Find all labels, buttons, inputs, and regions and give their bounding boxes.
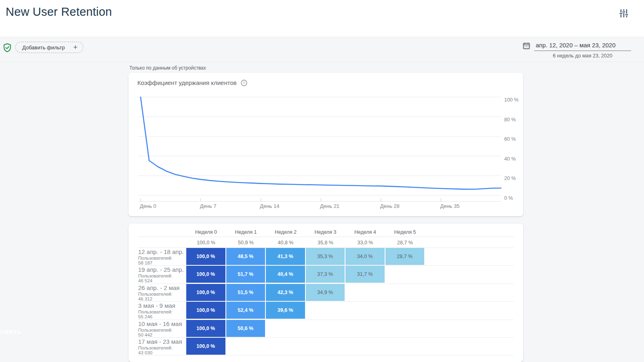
week-column-header: Неделя 3 [306, 229, 345, 235]
add-filter-button[interactable]: Добавить фильтр + [15, 42, 83, 53]
app-header: New User Retention [0, 0, 644, 37]
week-column-header: Неделя 1 [226, 229, 266, 235]
y-axis-tick-label: 80 % [504, 117, 516, 123]
add-filter-label: Добавить фильтр [22, 44, 65, 51]
table-header-divider [138, 237, 514, 237]
retention-cell: 51,5 % [226, 284, 265, 301]
cohort-users-count: 43 030 [138, 350, 152, 355]
retention-cell: 31,7 % [345, 266, 385, 283]
cohort-row-divider [138, 355, 514, 356]
cohort-users-label: Пользователей: [138, 328, 173, 332]
week-column-header: Неделя 2 [266, 229, 305, 235]
cohort-users-count: 46 524 [138, 278, 152, 283]
cohort-period-label: 17 мая - 23 мая [138, 338, 182, 345]
plus-icon: + [73, 43, 78, 51]
week-column-header: Неделя 4 [345, 229, 385, 235]
svg-text:?: ? [243, 80, 245, 85]
page-title: New User Retention [6, 5, 112, 19]
retention-line-chart: 100 %80 %60 %40 %20 %0 %День 0День 7День… [128, 73, 523, 216]
calendar-icon [522, 42, 530, 50]
retention-cell: 100,0 % [186, 266, 225, 283]
retention-cell: 34,0 % [345, 248, 385, 265]
x-axis-tick-label: День 21 [320, 203, 339, 209]
x-axis-tick-label: День 28 [380, 203, 400, 209]
cutoff-overlay-text: овить [0, 328, 21, 336]
retention-cell: 48,5 % [226, 248, 265, 265]
y-axis-tick-label: 40 % [504, 156, 516, 162]
cohort-users-label: Пользователей: [138, 292, 173, 296]
summary-retention-value: 50,9 % [226, 240, 266, 246]
retention-cell: 28,7 % [385, 248, 425, 265]
cohort-users-label: Пользователей: [138, 256, 173, 260]
summary-retention-value: 40,8 % [266, 240, 305, 246]
retention-cell: 40,4 % [266, 266, 305, 283]
retention-cell: 41,3 % [266, 248, 305, 265]
week-column-header: Неделя 5 [385, 229, 425, 235]
date-range-value: апр. 12, 2020 – мая 23, 2020 [534, 40, 631, 51]
retention-cell: 50,6 % [226, 320, 265, 337]
week-column-header: Неделя 0 [186, 229, 226, 235]
date-range-subtitle: 6 недель до мая 23, 2020 [534, 53, 631, 59]
retention-chart-card: 100 %80 %60 %40 %20 %0 %День 0День 7День… [128, 73, 523, 216]
x-axis-tick-label: День 0 [140, 203, 156, 209]
retention-cell: 37,3 % [306, 266, 345, 283]
cohort-users-count: 58 187 [138, 260, 152, 265]
summary-retention-value: 28,7 % [385, 240, 425, 246]
tune-icon [618, 8, 629, 19]
summary-retention-value: 100,0 % [186, 240, 226, 246]
retention-cell: 42,3 % [266, 284, 305, 301]
summary-retention-value: 35,8 % [306, 240, 345, 246]
retention-cell: 100,0 % [186, 320, 225, 337]
y-axis-tick-label: 20 % [504, 176, 516, 181]
cohort-retention-table-card: Неделя 0Неделя 1Неделя 2Неделя 3Неделя 4… [128, 224, 523, 362]
cohort-period-label: 19 апр. - 25 апр. [138, 266, 184, 273]
y-axis-tick-label: 60 % [504, 136, 516, 142]
cohort-users-count: 50 442 [138, 332, 152, 337]
retention-cell: 35,3 % [306, 248, 345, 265]
device-data-note: Только по данным об устройствах [129, 65, 206, 71]
x-axis-tick-label: День 7 [200, 203, 217, 209]
data-quality-shield-icon[interactable] [3, 43, 12, 53]
retention-cell: 52,4 % [226, 302, 265, 319]
date-range-picker[interactable]: апр. 12, 2020 – мая 23, 2020 6 недель до… [534, 40, 631, 59]
retention-cell: 100,0 % [186, 338, 225, 355]
retention-cell: 100,0 % [186, 284, 225, 301]
cohort-period-label: 10 мая - 16 мая [138, 320, 182, 327]
cohort-period-label: 3 мая - 9 мая [138, 302, 175, 309]
cohort-users-count: 55 246 [138, 314, 152, 319]
retention-cell: 100,0 % [186, 302, 225, 319]
retention-cell: 51,7 % [226, 266, 265, 283]
y-axis-tick-label: 0 % [504, 195, 513, 201]
new-user-retention-page: New User Retention Добавить ф [0, 0, 644, 362]
cohort-users-label: Пользователей: [138, 309, 173, 314]
cohort-users-label: Пользователей: [138, 273, 173, 278]
x-axis-tick-label: День 35 [440, 203, 459, 209]
y-axis-tick-label: 100 % [504, 97, 518, 103]
retention-cell: 100,0 % [186, 248, 225, 265]
cohort-period-label: 26 апр. - 2 мая [138, 284, 179, 291]
retention-cell: 34,9 % [306, 284, 345, 301]
retention-line [141, 97, 501, 189]
x-axis-tick-label: День 14 [260, 203, 279, 209]
help-icon[interactable]: ? [241, 80, 247, 86]
summary-retention-value: 33,0 % [345, 240, 385, 246]
chart-title: Коэффициент удержания клиентов [137, 79, 237, 86]
cohort-period-label: 12 апр. - 18 апр. [138, 248, 184, 255]
cohort-users-count: 46 312 [138, 296, 152, 301]
cohort-users-label: Пользователей: [138, 345, 173, 350]
retention-cell: 39,6 % [266, 302, 305, 319]
tune-filters-button[interactable] [618, 8, 629, 19]
filter-bar: Добавить фильтр + апр. 12, 2020 – мая 23… [0, 38, 644, 62]
